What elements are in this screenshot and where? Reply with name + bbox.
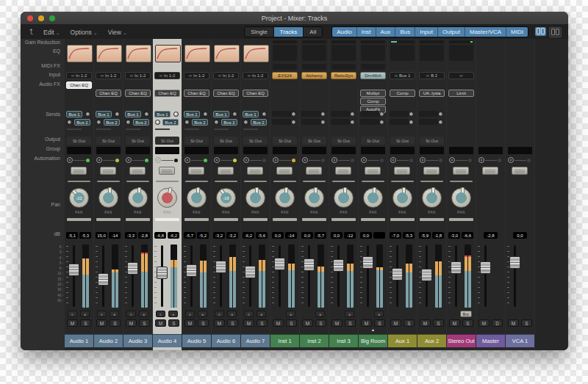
send-knob[interactable] [173,112,179,117]
mute-button[interactable]: M [331,319,343,327]
output-slot[interactable]: St Out [126,137,150,145]
instrument-slot[interactable]: DrmMch [360,72,386,79]
automation-knob-icon[interactable] [155,157,161,163]
send-slot-empty[interactable] [419,119,438,125]
send-knob[interactable] [184,120,190,125]
group-slot[interactable] [302,147,326,154]
send-slot-empty[interactable] [390,119,409,125]
fader-track[interactable] [367,245,369,307]
fader-handle[interactable] [157,267,168,279]
solo-button[interactable]: S [139,319,150,327]
track-name[interactable]: Audio 2 [94,334,123,347]
send-knob[interactable] [350,112,355,117]
group-slot[interactable] [331,147,356,154]
group-slot[interactable] [155,147,179,154]
input-slot[interactable]: ∞In 1-2 [96,72,121,79]
send-bus2-button[interactable]: Bus 2 [221,119,237,126]
mute-button[interactable]: M [390,319,401,327]
send-knob[interactable] [291,120,296,125]
record-enable-button[interactable]: ● [315,311,325,317]
channel-strip-inst-3[interactable]: RetroSynSt OutPAN0,0-12●MSInst 3 [329,39,358,350]
solo-button[interactable]: S [198,319,209,327]
record-enable-button[interactable]: ● [168,311,178,317]
fader-track[interactable] [514,245,516,307]
pan-knob[interactable] [392,188,412,208]
channel-strip-audio-7[interactable]: ∞In 1-2Chan EQBus 1Bus 2St OutPAN-6,2-5,… [241,39,270,350]
solo-button[interactable]: S [433,319,444,327]
send-knob[interactable] [155,120,160,125]
fader-handle[interactable] [68,264,79,276]
midi-fx-slot[interactable] [273,64,297,70]
solo-button[interactable]: S [110,319,121,327]
send-bus2-button[interactable]: Bus 2 [192,119,208,126]
send-slot-empty[interactable] [301,111,320,117]
input-slot[interactable]: ∞In 1-2 [213,72,239,79]
track-name[interactable]: Aux 1 [388,334,417,347]
solo-button[interactable]: S [521,319,532,327]
audio-fx-slot-chan-eq[interactable]: Chan EQ [96,90,121,97]
send-bus2-button[interactable]: Bus 2 [133,119,149,126]
output-slot[interactable]: St Out [420,137,444,145]
send-knob[interactable] [262,112,267,117]
output-slot[interactable]: St Out [155,137,179,145]
group-slot[interactable] [184,147,209,154]
view-mode-all[interactable]: All [304,27,322,37]
eq-display[interactable] [67,45,93,62]
fader-handle[interactable] [274,258,285,270]
track-name[interactable]: Audio 3 [123,334,152,347]
send-slot-empty[interactable] [331,119,350,125]
channel-strip-stereo-out[interactable]: ∞LimitPAN-3,0-6,6BncMSStereo Out [447,39,476,350]
send-bus1-button[interactable]: Bus 1 [243,111,259,117]
track-name[interactable]: VCA 1 [506,334,534,347]
send-slot-empty[interactable] [272,119,291,125]
eq-slot-empty[interactable] [361,45,385,61]
columns-view-active-icon[interactable] [535,27,546,36]
menu-edit[interactable]: Edit⌄ [43,29,60,36]
output-slot[interactable]: St Out [67,137,91,145]
pan-knob[interactable]: -22 [69,188,89,208]
automation-knob-icon[interactable] [390,157,396,163]
stereo-format-icon[interactable]: ∞ [101,73,104,78]
send-slot-empty[interactable] [272,111,291,117]
channel-strip-vca-1[interactable]: 0,0MSVCA 1 [506,39,534,350]
channel-strip-inst-1[interactable]: EXS24St OutPAN0,0-14●MSInst 1 [270,39,299,350]
send-bus1-button[interactable]: Bus 1 [184,111,200,117]
output-slot[interactable]: St Out [390,137,415,145]
automation-knob-icon[interactable] [126,157,132,163]
eq-slot-empty[interactable] [420,45,444,61]
channel-strip-aux-2[interactable]: ∞B 2UA..lysiaSt OutPAN-5,9-1,8MSAux 2 [417,39,446,350]
input-monitor-button[interactable]: ≡ [126,311,136,317]
fader-handle[interactable] [362,256,373,269]
stereo-format-icon[interactable]: ∞ [426,73,429,78]
input-slot[interactable]: ∞Bus 1 [390,72,415,79]
audio-fx-slot-chan-eq[interactable]: Chan EQ [243,90,268,97]
stereo-format-icon[interactable]: ∞ [248,73,251,78]
send-slot-empty[interactable] [419,111,438,117]
instrument-slot[interactable]: RetroSyn [331,72,356,79]
send-knob[interactable] [379,112,384,117]
fader-handle[interactable] [215,261,226,273]
send-bus1-button[interactable]: Bus 1 [213,111,229,117]
automation-knob-icon[interactable] [243,157,249,163]
mute-button[interactable]: M [243,319,254,327]
send-bus1-button[interactable]: Bus 1 [66,111,82,117]
input-monitor-button[interactable]: ≡ [185,311,195,317]
input-monitor-button[interactable]: ≡ [68,311,77,317]
track-name[interactable]: Inst 1 [270,334,299,347]
automation-knob-icon[interactable] [449,157,455,163]
track-name[interactable]: Audio 5 [182,334,211,347]
filter-aux[interactable]: Aux [376,27,396,37]
send-knob[interactable] [67,120,72,125]
send-knob[interactable] [409,112,414,117]
pan-knob[interactable] [275,188,295,208]
filter-midi[interactable]: MIDI [506,27,528,37]
track-name[interactable]: Master [476,334,505,347]
send-knob[interactable] [291,112,296,117]
stereo-format-icon[interactable]: ∞ [459,73,462,78]
solo-button[interactable]: S [315,319,326,327]
mute-button[interactable]: M [155,319,166,327]
output-slot[interactable]: St Out [331,137,356,145]
midi-fx-slot[interactable] [361,64,385,70]
audio-fx-slot-multipr[interactable]: Multipr [360,90,386,97]
audio-fx-slot-limit[interactable]: Limit [448,90,474,97]
